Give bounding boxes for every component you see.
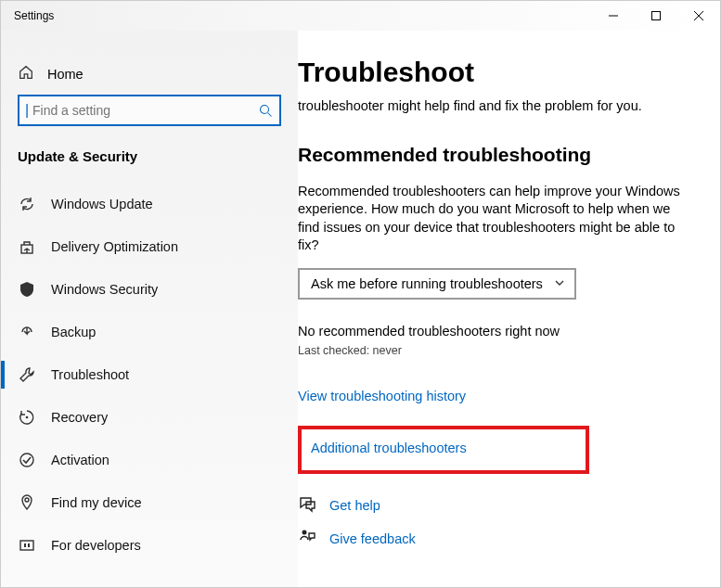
- sidebar-item-find-my-device[interactable]: Find my device: [1, 481, 298, 524]
- window-title: Settings: [1, 9, 54, 22]
- give-feedback-row[interactable]: Give feedback: [298, 528, 692, 550]
- svg-rect-12: [28, 543, 30, 547]
- shield-icon: [18, 280, 36, 299]
- wrench-icon: [18, 365, 36, 384]
- developers-icon: [18, 536, 36, 555]
- sidebar-item-backup[interactable]: Backup: [1, 311, 298, 353]
- content-pane: Troubleshoot troubleshooter might help f…: [298, 31, 720, 587]
- nav-label: Activation: [51, 453, 109, 467]
- svg-point-8: [20, 454, 33, 467]
- minimize-button[interactable]: [592, 1, 635, 31]
- nav-label: Recovery: [51, 410, 108, 425]
- nav-label: Find my device: [51, 495, 142, 510]
- sidebar: Home | Update & Security Windows Update …: [1, 31, 298, 587]
- svg-point-13: [303, 530, 307, 534]
- home-icon: [18, 64, 34, 83]
- section-title: Recommended troubleshooting: [298, 144, 692, 166]
- chevron-down-icon: [554, 276, 565, 291]
- nav-label: Delivery Optimization: [51, 239, 178, 254]
- backup-icon: [18, 323, 36, 341]
- home-label: Home: [47, 67, 84, 82]
- get-help-row[interactable]: Get help: [298, 494, 692, 517]
- chat-icon: [298, 494, 316, 517]
- nav-label: For developers: [51, 538, 141, 553]
- last-checked-text: Last checked: never: [298, 344, 692, 357]
- sidebar-item-activation[interactable]: Activation: [1, 439, 298, 481]
- sync-icon: [18, 195, 36, 213]
- svg-rect-11: [24, 543, 26, 547]
- highlight-box: Additional troubleshooters: [298, 426, 589, 474]
- svg-line-5: [267, 112, 271, 116]
- get-help-link[interactable]: Get help: [329, 498, 380, 513]
- nav-label: Backup: [51, 325, 96, 339]
- text-cursor: |: [19, 102, 29, 119]
- section-text: Recommended troubleshooters can help imp…: [298, 183, 692, 255]
- category-header: Update & Security: [1, 139, 298, 183]
- nav-label: Windows Update: [51, 197, 153, 211]
- sidebar-item-windows-update[interactable]: Windows Update: [1, 183, 298, 225]
- status-text: No recommended troubleshooters right now: [298, 324, 692, 339]
- troubleshoot-preference-dropdown[interactable]: Ask me before running troubleshooters: [298, 268, 576, 300]
- sidebar-item-delivery-optimization[interactable]: Delivery Optimization: [1, 225, 298, 268]
- give-feedback-link[interactable]: Give feedback: [329, 531, 416, 546]
- feedback-icon: [298, 528, 316, 550]
- additional-troubleshooters-link[interactable]: Additional troubleshooters: [311, 441, 467, 455]
- delivery-icon: [18, 237, 36, 256]
- search-input[interactable]: |: [18, 95, 281, 126]
- home-button[interactable]: Home: [1, 58, 298, 95]
- nav-label: Troubleshoot: [51, 367, 129, 382]
- history-link[interactable]: View troubleshooting history: [298, 389, 692, 403]
- nav-list: Windows Update Delivery Optimization Win…: [1, 183, 298, 567]
- svg-point-4: [260, 105, 268, 113]
- search-icon: [251, 104, 279, 118]
- search-field[interactable]: [29, 103, 251, 118]
- location-icon: [18, 493, 36, 512]
- close-button[interactable]: [677, 1, 720, 31]
- sidebar-item-troubleshoot[interactable]: Troubleshoot: [1, 353, 298, 396]
- dropdown-value: Ask me before running troubleshooters: [311, 276, 543, 291]
- recovery-icon: [18, 408, 36, 427]
- maximize-button[interactable]: [635, 1, 677, 31]
- svg-point-9: [25, 498, 29, 502]
- intro-text: troubleshooter might help find and fix t…: [298, 97, 692, 116]
- page-title: Troubleshoot: [298, 57, 692, 88]
- nav-label: Windows Security: [51, 282, 158, 297]
- svg-rect-10: [20, 541, 33, 550]
- sidebar-item-windows-security[interactable]: Windows Security: [1, 268, 298, 311]
- svg-rect-1: [652, 12, 661, 20]
- check-circle-icon: [18, 451, 36, 469]
- titlebar: Settings: [1, 1, 720, 31]
- sidebar-item-recovery[interactable]: Recovery: [1, 396, 298, 439]
- svg-point-7: [26, 416, 29, 419]
- sidebar-item-for-developers[interactable]: For developers: [1, 524, 298, 567]
